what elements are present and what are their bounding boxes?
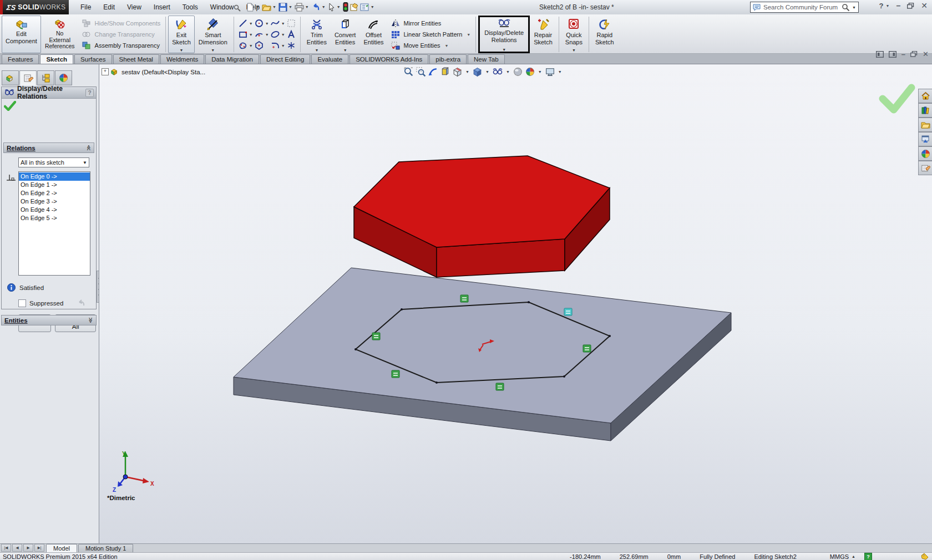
unit-system-selector[interactable]: MMGS ▲ [830, 553, 855, 560]
file-properties-icon[interactable] [350, 3, 359, 12]
dropdown-caret[interactable]: ▼ [572, 48, 576, 52]
options-icon[interactable] [360, 3, 369, 12]
on-edge-badge[interactable] [496, 383, 504, 390]
menu-item[interactable]: Insert [148, 1, 176, 14]
ellipse-tool-icon[interactable] [270, 29, 280, 39]
hide-show-items-icon[interactable] [492, 67, 503, 77]
command-tab[interactable]: New Tab [468, 54, 505, 64]
dropdown-caret[interactable]: ▼ [281, 44, 286, 48]
dropdown-caret[interactable]: ▼ [249, 33, 254, 37]
repair-sketch-button[interactable]: Repair Sketch [530, 16, 556, 53]
collapse-pane-left-icon[interactable] [876, 51, 884, 58]
dropdown-caret[interactable]: ▼ [211, 48, 215, 52]
document-mode-tab[interactable]: Model [46, 544, 77, 552]
ok-button[interactable] [4, 101, 16, 111]
linear-sketch-pattern-item[interactable]: Linear Sketch Pattern ▼ [391, 30, 471, 39]
command-tab[interactable]: Features [2, 54, 39, 64]
dropdown-caret[interactable]: ▼ [265, 22, 270, 26]
section-view-icon[interactable] [440, 67, 450, 77]
view-orientation-icon[interactable] [452, 67, 463, 77]
edit-appearance-icon[interactable] [513, 67, 523, 77]
undo-icon[interactable] [311, 3, 321, 12]
exit-sketch-button[interactable]: Exit Sketch ▼ [168, 16, 195, 53]
on-edge-badge[interactable] [392, 370, 399, 378]
mirror-entities-item[interactable]: Mirror Entities [391, 19, 471, 28]
relations-group-header[interactable]: Relations ≫ [3, 142, 94, 153]
dropdown-caret[interactable]: ▼ [249, 22, 254, 26]
search-icon[interactable] [842, 3, 850, 12]
panel-help-icon[interactable]: ? [85, 89, 94, 97]
arc-tool-icon[interactable] [254, 29, 264, 39]
document-mode-tab[interactable]: Motion Study 1 [78, 544, 133, 552]
command-tab[interactable]: Evaluate [311, 54, 348, 64]
suppressed-row[interactable]: Suppressed [18, 299, 63, 307]
relation-list-item[interactable]: On Edge 4 -> [19, 206, 90, 214]
tab-nav-button[interactable]: ▶ [23, 544, 33, 552]
print-icon[interactable] [295, 3, 304, 12]
trim-entities-button[interactable]: Trim Entities ▼ [303, 16, 331, 53]
command-tab[interactable]: Data Migration [205, 54, 259, 64]
edit-component-button[interactable]: Edit Component [2, 16, 41, 53]
select-cursor-icon[interactable] [328, 3, 336, 12]
menu-item[interactable]: Edit [97, 1, 121, 14]
graphics-viewport[interactable]: Y X Z + sestav (Default<Display Sta... [99, 64, 932, 543]
pin-menu-icon[interactable] [233, 4, 241, 12]
appearances-tab[interactable] [918, 146, 932, 161]
design-library-tab[interactable] [918, 118, 932, 132]
dropdown-caret[interactable]: ▼ [445, 44, 449, 48]
command-tab[interactable]: pib-extra [429, 54, 467, 64]
relation-list-item[interactable]: On Edge 2 -> [19, 189, 90, 197]
new-document-icon[interactable] [246, 3, 255, 12]
sketch-text-tool-icon[interactable] [286, 29, 296, 39]
menu-item[interactable]: View [121, 1, 148, 14]
flyout-feature-tree[interactable]: + sestav (Default<Display Sta... [102, 68, 205, 76]
view-settings-icon[interactable] [545, 67, 555, 77]
command-tab[interactable]: Surfaces [74, 54, 112, 64]
offset-entities-button[interactable]: Offset Entities [359, 16, 387, 53]
command-tab[interactable]: SOLIDWORKS Add-Ins [350, 54, 428, 64]
tree-node-label[interactable]: sestav (Default<Display Sta... [121, 69, 205, 75]
convert-entities-button[interactable]: Convert Entities ▼ [331, 16, 360, 53]
zoom-to-area-icon[interactable] [416, 67, 426, 77]
tab-nav-button[interactable]: ◀ [12, 544, 22, 552]
dropdown-caret[interactable]: ▼ [538, 70, 542, 74]
command-tab[interactable]: Sheet Metal [113, 54, 159, 64]
dropdown-caret[interactable]: ▼ [467, 33, 470, 37]
dropdown-caret[interactable]: ▼ [558, 70, 562, 74]
dropdown-caret[interactable]: ▼ [485, 70, 489, 74]
sketch-fillet-tool-icon[interactable] [270, 40, 280, 50]
on-edge-badge[interactable] [372, 333, 380, 340]
zoom-to-fit-icon[interactable] [403, 67, 414, 77]
confirmation-corner-check[interactable] [883, 88, 911, 110]
polygon-tool-icon[interactable] [254, 40, 264, 50]
entities-group-header[interactable]: Entities ≫ [1, 315, 97, 325]
open-document-icon[interactable] [262, 3, 271, 12]
close-icon[interactable]: ✕ [921, 1, 928, 10]
community-search[interactable]: Search Community Forum ▼ [750, 2, 859, 13]
relation-list-item[interactable]: On Edge 0 -> [19, 172, 90, 181]
relations-listbox[interactable]: On Edge 0 ->On Edge 1 ->On Edge 2 ->On E… [18, 171, 90, 276]
rebuild-stoplight-icon[interactable] [343, 2, 348, 12]
configuration-manager-tab[interactable] [37, 70, 54, 85]
help-caret-icon[interactable]: ▼ [886, 4, 890, 8]
relation-list-item[interactable]: On Edge 1 -> [19, 181, 90, 189]
relation-list-item[interactable]: On Edge 3 -> [19, 197, 90, 206]
dropdown-caret[interactable]: ▼ [315, 48, 318, 52]
display-manager-tab[interactable] [55, 70, 72, 85]
collapse-chevron-icon[interactable]: ≫ [85, 145, 91, 150]
dropdown-caret[interactable]: ▼ [249, 44, 254, 48]
move-entities-item[interactable]: Move Entities ▼ [391, 41, 471, 50]
assembly-transparency-item[interactable]: Assembly Transparency [82, 41, 161, 50]
circle-tool-icon[interactable] [254, 18, 264, 28]
suppressed-checkbox[interactable] [18, 299, 26, 307]
display-delete-relations-button[interactable]: Display/Delete Relations ▼ [478, 16, 530, 53]
feature-manager-tab[interactable] [2, 70, 19, 85]
home-tab[interactable] [918, 89, 932, 103]
spline-tool-icon[interactable] [270, 18, 280, 28]
smart-dimension-button[interactable]: Smart Dimension ▼ [195, 16, 231, 53]
display-style-icon[interactable] [472, 67, 483, 77]
minimize-icon[interactable]: – [896, 1, 900, 10]
command-tab[interactable]: Sketch [40, 54, 73, 64]
collapse-pane-right-icon[interactable] [889, 51, 896, 58]
previous-view-icon[interactable] [428, 67, 438, 77]
